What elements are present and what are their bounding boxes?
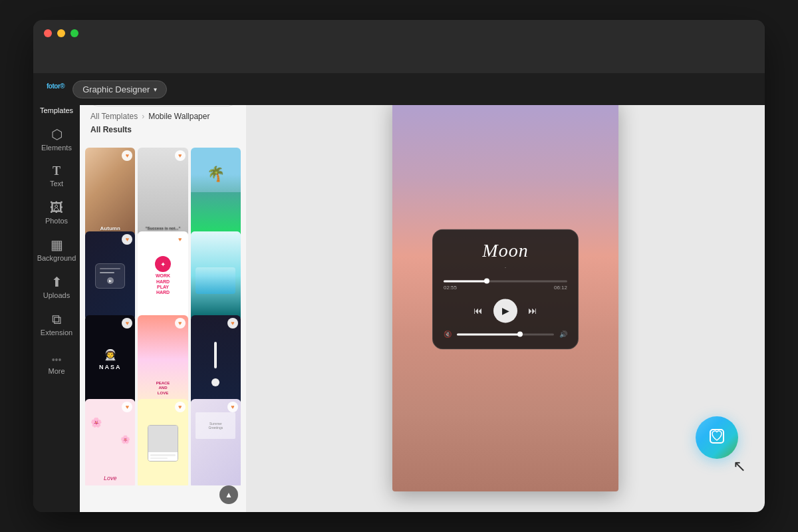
scroll-controls: ▲ [80, 485, 246, 512]
template-thumb[interactable]: ♥ SummerGreetings [191, 399, 241, 485]
maximize-button[interactable] [70, 29, 78, 37]
topbar: fotor® Graphic Designer [33, 73, 765, 105]
template-thumb[interactable]: ♥ [138, 399, 188, 485]
template-thumb[interactable]: ♥ "Success is not..." [138, 148, 188, 237]
canvas-area: Moon · 02:55 06:12 ⏮ ▶ ⏭ [246, 78, 765, 512]
title-bar [33, 20, 765, 47]
heart-badge: ♥ [227, 318, 238, 329]
all-results-label: All Results [88, 125, 238, 134]
close-button[interactable] [44, 29, 52, 37]
sidebar-item-label: Elements [41, 144, 72, 152]
heart-badge: ♥ [122, 150, 132, 161]
template-thumb[interactable]: ♥ [191, 315, 241, 404]
template-thumb[interactable]: ♥ Autumn [85, 148, 135, 237]
volume-track[interactable] [457, 333, 554, 335]
extension-icon: ⧉ [52, 313, 61, 326]
logo-superscript: ® [60, 82, 65, 90]
time-current: 02:55 [444, 285, 457, 291]
progress-bar [444, 280, 567, 282]
text-icon: T [53, 165, 61, 177]
volume-max-icon: 🔊 [559, 331, 567, 338]
thumb-text: Autumn [88, 225, 132, 231]
fast-forward-button[interactable]: ⏭ [528, 305, 537, 316]
player-subtitle: · [444, 264, 567, 271]
sidebar-item-uploads[interactable]: ⬆ Uploads [37, 270, 76, 305]
breadcrumb-all-templates[interactable]: All Templates [90, 112, 138, 121]
heart-fab-icon [708, 427, 726, 448]
template-thumb[interactable]: ♥ PEACEANDLOVE [138, 315, 188, 404]
progress-fill [444, 280, 487, 282]
music-player-overlay: Moon · 02:55 06:12 ⏮ ▶ ⏭ [432, 229, 579, 349]
volume-bar: 🔇 🔊 [444, 331, 567, 338]
minimize-button[interactable] [57, 29, 65, 37]
template-thumb[interactable]: ♥ Love 🌸 🌸 [85, 399, 135, 485]
play-button[interactable]: ▶ [493, 299, 517, 323]
sidebar-item-elements[interactable]: ⬡ Elements [37, 122, 76, 157]
thumb-text: "Success is not..." [140, 226, 185, 231]
sidebar-item-label: Extension [41, 329, 72, 336]
elements-icon: ⬡ [51, 128, 63, 141]
player-title: Moon [444, 240, 567, 261]
favorite-fab-button[interactable] [696, 416, 738, 459]
sidebar-item-label: Text [50, 180, 63, 188]
templates-panel: 🔍 ⊟ All Templates › Mobile Wallpaper All… [80, 78, 246, 512]
app-window: fotor® Graphic Designer ⊞ Templates ⬡ El… [33, 20, 765, 512]
template-thumb[interactable]: ♥ ▶ [85, 231, 135, 321]
sidebar-item-more[interactable]: ••• More [37, 344, 76, 380]
sidebar: ⊞ Templates ⬡ Elements T Text 🖼 Photos ▦ [33, 78, 80, 512]
photos-icon: 🖼 [50, 201, 63, 214]
template-thumb[interactable]: ♥ ✦ WORKHARDPLAYHARD [138, 231, 188, 321]
heart-badge: ♥ [175, 318, 186, 329]
templates-grid: ♥ Autumn ♥ "Success is not..." 🌴 ♥ [80, 142, 246, 485]
sidebar-item-photos[interactable]: 🖼 Photos [37, 196, 76, 230]
sidebar-item-label: Uploads [43, 291, 70, 299]
app-body: fotor® Graphic Designer ⊞ Templates ⬡ El… [33, 47, 765, 512]
canvas-preview: Moon · 02:55 06:12 ⏮ ▶ ⏭ [392, 99, 618, 491]
sidebar-item-label: Background [37, 254, 76, 262]
volume-fill [457, 333, 520, 335]
heart-badge: ♥ [227, 402, 238, 412]
volume-mute-icon: 🔇 [444, 331, 452, 338]
background-icon: ▦ [51, 238, 63, 251]
scroll-to-top-button[interactable]: ▲ [219, 485, 238, 504]
sidebar-item-background[interactable]: ▦ Background [37, 233, 76, 267]
heart-badge: ♥ [175, 150, 186, 161]
heart-badge: ♥ [122, 402, 132, 412]
sidebar-item-label: More [48, 367, 65, 375]
template-thumb[interactable]: ♥ [191, 231, 241, 321]
player-controls: ⏮ ▶ ⏭ [444, 299, 567, 323]
logo-text: fotor [47, 82, 60, 90]
sidebar-item-label: Templates [40, 106, 73, 114]
cursor: ↖ [733, 457, 746, 475]
sidebar-item-text[interactable]: T Text [37, 160, 76, 193]
time-total: 06:12 [554, 285, 567, 291]
sidebar-item-extension[interactable]: ⧉ Extension [37, 307, 76, 342]
breadcrumb-separator: › [142, 112, 144, 121]
time-labels: 02:55 06:12 [444, 285, 567, 291]
rewind-button[interactable]: ⏮ [473, 305, 483, 316]
logo: fotor® [47, 82, 65, 96]
more-icon: ••• [52, 355, 62, 364]
graphic-designer-button[interactable]: Graphic Designer [72, 80, 167, 98]
breadcrumb: All Templates › Mobile Wallpaper [88, 112, 238, 121]
sidebar-item-label: Photos [45, 217, 68, 225]
main-layout: ⊞ Templates ⬡ Elements T Text 🖼 Photos ▦ [33, 78, 765, 512]
breadcrumb-current: Mobile Wallpaper [148, 112, 209, 121]
template-thumb[interactable]: ♥ 👨‍🚀 NASA [85, 315, 135, 404]
template-thumb[interactable]: 🌴 [191, 148, 241, 237]
uploads-icon: ⬆ [51, 275, 63, 289]
